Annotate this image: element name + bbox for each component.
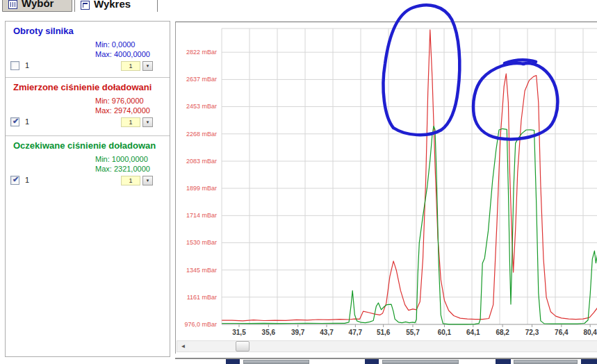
checkmark-icon: ✔ xyxy=(11,175,20,184)
x-axis-tick-label: 60,1 xyxy=(430,329,458,336)
series-max-value: Max: 2321,0000 xyxy=(95,164,150,174)
bottom-cutoff-button[interactable] xyxy=(226,359,240,364)
series-min-value: Min: 976,0000 xyxy=(95,96,150,106)
series-max-value: Max: 4000,0000 xyxy=(95,49,150,59)
y-axis-tick-label: 1345 mBar xyxy=(176,267,217,274)
series-min-value: Min: 1000,0000 xyxy=(95,154,150,164)
series-control-zmierzone-cisnienie: Zmierzone ciśnienie doładowani Min: 976,… xyxy=(6,77,170,135)
series-title: Zmierzone ciśnienie doładowani xyxy=(13,82,152,92)
checkmark-icon: ✔ xyxy=(11,117,20,126)
checkbox-label: 1 xyxy=(25,61,29,69)
bottom-cutoff-field[interactable] xyxy=(243,360,309,364)
x-axis-tick-label: 80,4 xyxy=(576,329,597,336)
chart-horizontal-scrollbar[interactable]: ◄ xyxy=(177,340,597,352)
y-axis-tick-label: 2268 mBar xyxy=(176,131,217,138)
x-axis-tick-label: 72,3 xyxy=(518,329,546,336)
series-visible-checkbox[interactable]: ✔ xyxy=(10,117,19,126)
channel-select-dropdown-button[interactable]: ▼ xyxy=(142,176,153,185)
series-visible-checkbox[interactable] xyxy=(10,61,19,70)
series-minmax: Min: 976,0000 Max: 2974,0000 xyxy=(95,96,150,115)
x-axis-tick-label: 64,1 xyxy=(459,329,487,336)
series-control-row: 1 1 ▼ xyxy=(6,60,170,72)
bottom-cutoff-button[interactable] xyxy=(581,359,597,364)
channel-select-value[interactable]: 1 xyxy=(121,61,140,71)
x-axis-tick-label: 31,5 xyxy=(225,329,253,336)
tab-bar: Wybór Wykres xyxy=(0,0,597,13)
scrollbar-thumb[interactable] xyxy=(236,341,250,351)
y-axis-tick-label: 2637 mBar xyxy=(176,76,217,83)
y-axis-tick-label: 1714 mBar xyxy=(176,212,217,219)
chevron-down-icon: ▼ xyxy=(143,118,152,126)
x-axis-tick-label: 55,7 xyxy=(399,329,427,336)
bottom-cutoff-field[interactable] xyxy=(382,360,459,364)
bottom-cutoff-field[interactable] xyxy=(514,360,578,364)
y-axis-tick-label: 1899 mBar xyxy=(176,185,217,192)
series-control-panel: Obroty silnika Min: 0,0000 Max: 4000,000… xyxy=(5,21,170,357)
y-axis-tick-label: 1530 mBar xyxy=(176,239,217,246)
series-minmax: Min: 0,0000 Max: 4000,0000 xyxy=(95,40,150,59)
tab-wykres-label: Wykres xyxy=(94,0,131,10)
bottom-cutoff-button[interactable] xyxy=(365,359,379,364)
channel-select-value[interactable]: 1 xyxy=(121,176,140,185)
series-title: Oczekiwane ciśnienie doładowan xyxy=(13,140,156,151)
channel-select-dropdown-button[interactable]: ▼ xyxy=(142,117,153,127)
y-axis-tick-label: 2453 mBar xyxy=(176,103,217,110)
x-axis-tick-label: 51,6 xyxy=(370,329,398,336)
chevron-down-icon: ▼ xyxy=(143,176,152,185)
scroll-left-button[interactable]: ◄ xyxy=(177,341,189,351)
x-axis-tick-label: 76,4 xyxy=(548,329,575,336)
x-axis-tick-label: 35,6 xyxy=(254,329,282,336)
y-axis-tick-label: 2083 mBar xyxy=(176,158,217,165)
chevron-down-icon: ▼ xyxy=(143,62,152,70)
tab-wybor-label: Wybór xyxy=(22,0,54,9)
series-line xyxy=(222,30,597,321)
channel-select-dropdown-button[interactable]: ▼ xyxy=(142,61,153,71)
series-visible-checkbox[interactable]: ✔ xyxy=(10,176,19,185)
series-control-obroty-silnika: Obroty silnika Min: 0,0000 Max: 4000,000… xyxy=(6,22,170,77)
chart-form-icon xyxy=(81,1,90,10)
series-max-value: Max: 2974,0000 xyxy=(95,106,150,115)
plot-area xyxy=(176,22,597,338)
x-axis-tick-label: 47,7 xyxy=(341,329,369,336)
series-min-value: Min: 0,0000 xyxy=(95,40,150,49)
tab-wybor[interactable]: Wybór xyxy=(2,0,72,12)
chart-panel: ◄ 2822 mBar2637 mBar2453 mBar2268 mBar20… xyxy=(175,22,597,354)
series-control-row: ✔ 1 1 ▼ xyxy=(6,117,170,128)
x-axis-tick-label: 43,7 xyxy=(313,329,341,336)
series-title: Obroty silnika xyxy=(13,26,74,36)
series-control-row: ✔ 1 1 ▼ xyxy=(6,175,170,186)
y-axis-tick-label: 976,0 mBar xyxy=(176,321,217,328)
checkbox-label: 1 xyxy=(25,117,29,126)
tab-wykres[interactable]: Wykres xyxy=(74,0,158,12)
arrow-left-icon: ◄ xyxy=(181,343,186,349)
checkbox-label: 1 xyxy=(25,176,29,184)
y-axis-tick-label: 1161 mBar xyxy=(176,294,217,301)
channel-select-value[interactable]: 1 xyxy=(121,117,140,127)
series-line xyxy=(222,126,597,324)
selection-form-icon xyxy=(8,0,17,9)
y-axis-tick-label: 2822 mBar xyxy=(176,49,217,56)
series-minmax: Min: 1000,0000 Max: 2321,0000 xyxy=(95,154,150,174)
x-axis-tick-label: 39,7 xyxy=(284,329,312,336)
series-control-oczekiwane-cisnienie: Oczekiwane ciśnienie doładowan Min: 1000… xyxy=(6,135,170,194)
x-axis-tick-label: 68,2 xyxy=(489,329,516,336)
bottom-cutoff-button[interactable] xyxy=(496,359,511,364)
